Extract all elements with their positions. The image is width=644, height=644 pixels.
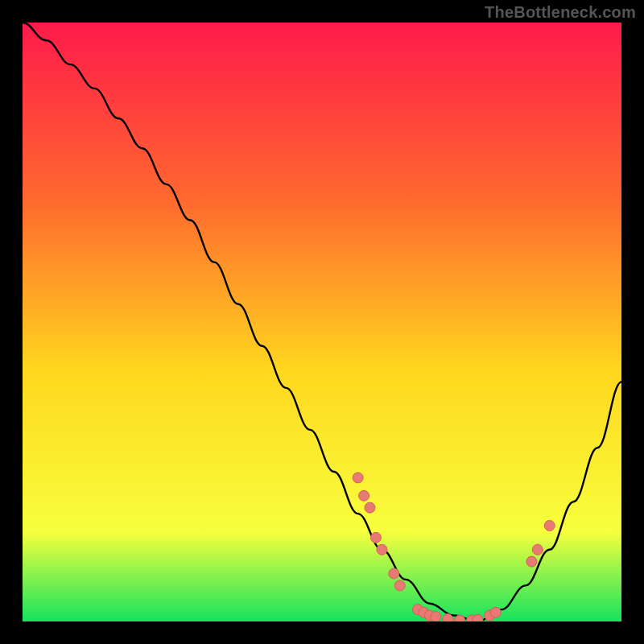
watermark-text: TheBottleneck.com [485, 3, 636, 22]
data-marker [370, 532, 381, 543]
data-marker [365, 502, 375, 513]
data-marker [455, 615, 465, 621]
data-marker [473, 614, 483, 621]
data-marker [490, 607, 501, 617]
data-marker [431, 612, 441, 621]
data-marker [353, 473, 363, 483]
data-marker [544, 520, 555, 530]
data-marker [532, 544, 543, 555]
chart-svg [23, 23, 621, 621]
data-marker [359, 490, 369, 501]
chart-container: TheBottleneck.com [0, 0, 644, 644]
plot-area [23, 23, 621, 621]
data-marker [394, 580, 405, 591]
data-marker [526, 556, 537, 567]
data-marker [443, 614, 453, 621]
data-marker [389, 568, 399, 579]
gradient-background [23, 23, 621, 621]
data-marker [377, 544, 387, 555]
